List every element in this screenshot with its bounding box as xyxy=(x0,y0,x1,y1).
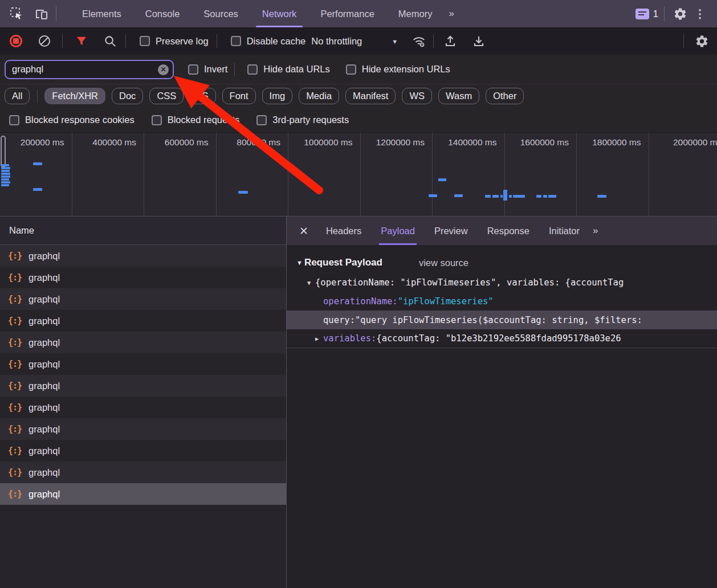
more-options-icon[interactable]: ⋮ xyxy=(689,7,711,21)
chip-other[interactable]: Other xyxy=(486,88,524,104)
detail-tab-initiator[interactable]: Initiator xyxy=(539,217,589,245)
filter-icon[interactable] xyxy=(74,34,89,48)
filter-text-input[interactable]: graphql ✕ xyxy=(5,60,174,79)
clear-network-log-icon[interactable] xyxy=(37,34,52,48)
json-value: {accountTag: "b12e3b2192ee5588fdad995178… xyxy=(376,333,621,344)
clear-filter-icon[interactable]: ✕ xyxy=(158,64,169,75)
export-har-icon[interactable] xyxy=(471,34,486,48)
timeline-tick-label: 200000 ms xyxy=(0,133,72,216)
inspect-element-icon[interactable] xyxy=(8,5,25,22)
timeline-tick-label: 1800000 ms xyxy=(577,133,649,216)
waterfall-bar xyxy=(1,178,9,181)
table-row-request[interactable]: {:}graphql xyxy=(0,397,286,418)
json-value: "query ipFlowTimeseries($accountTag: str… xyxy=(355,315,642,325)
table-row-request[interactable]: {:}graphql xyxy=(0,375,286,397)
network-conditions-icon[interactable] xyxy=(412,34,426,48)
network-toolbar: Preserve log Disable cache No throttling… xyxy=(0,27,717,55)
table-row-request[interactable]: {:}graphql xyxy=(0,267,286,288)
issues-count[interactable]: 1 xyxy=(653,9,658,19)
tab-sources[interactable]: Sources xyxy=(192,0,250,27)
hide-extension-urls-checkbox[interactable] xyxy=(346,64,356,75)
table-row-request[interactable]: {:}graphql xyxy=(0,245,286,267)
search-icon[interactable] xyxy=(103,34,117,48)
payload-tree-row[interactable]: ▼{operationName: "ipFlowTimeseries", var… xyxy=(287,273,717,292)
chip-all[interactable]: All xyxy=(5,88,30,104)
chip-js[interactable]: JS xyxy=(190,88,215,104)
tab-elements[interactable]: Elements xyxy=(70,0,133,27)
throttling-select[interactable]: No throttling xyxy=(311,36,362,47)
more-tabs-icon[interactable]: » xyxy=(444,8,457,19)
hide-extension-urls-label[interactable]: Hide extension URLs xyxy=(362,64,450,75)
tab-console[interactable]: Console xyxy=(133,0,192,27)
timeline-tick-label: 1600000 ms xyxy=(505,133,577,216)
payload-tree-row[interactable]: ▶variables: {accountTag: "b12e3b2192ee55… xyxy=(287,329,717,348)
checkbox[interactable] xyxy=(9,115,19,125)
issues-icon[interactable] xyxy=(635,9,649,19)
import-har-icon[interactable] xyxy=(443,34,458,48)
table-row-request[interactable]: {:}graphql xyxy=(0,288,286,310)
more-detail-tabs-icon[interactable]: » xyxy=(589,225,600,236)
settings-gear-icon[interactable] xyxy=(671,5,689,22)
expanded-triangle-icon[interactable]: ▼ xyxy=(307,279,315,286)
payload-tree-row[interactable]: operationName: "ipFlowTimeseries" xyxy=(287,292,717,311)
name-column-header[interactable]: Name xyxy=(0,217,286,245)
close-icon[interactable]: ✕ xyxy=(287,224,316,238)
table-row-request[interactable]: {:}graphql xyxy=(0,440,286,462)
network-overview-timeline[interactable]: 200000 ms400000 ms600000 ms800000 ms1000… xyxy=(0,132,717,217)
waterfall-bar xyxy=(1,170,10,172)
preserve-log-checkbox[interactable] xyxy=(140,36,150,46)
disable-cache-label[interactable]: Disable cache xyxy=(247,36,306,47)
chip-fetch-xhr[interactable]: Fetch/XHR xyxy=(44,88,105,104)
disable-cache-checkbox[interactable] xyxy=(231,36,241,46)
chip-wasm[interactable]: Wasm xyxy=(438,88,479,104)
tab-network[interactable]: Network xyxy=(250,0,309,27)
timeline-tick-label: 2000000 m xyxy=(649,133,717,216)
chip-css[interactable]: CSS xyxy=(149,88,184,104)
record-network-log-button[interactable] xyxy=(10,35,22,47)
preserve-log-label[interactable]: Preserve log xyxy=(156,36,209,47)
network-settings-gear-icon[interactable] xyxy=(694,34,709,48)
json-braces-icon: {:} xyxy=(8,316,22,326)
checkbox[interactable] xyxy=(152,115,162,125)
option-3rd-party-requests[interactable]: 3rd-party requests xyxy=(256,115,349,125)
detail-tab-preview[interactable]: Preview xyxy=(425,217,478,245)
table-row-request[interactable]: {:}graphql xyxy=(0,310,286,332)
tab-memory[interactable]: Memory xyxy=(386,0,445,27)
table-row-request[interactable]: {:}graphql xyxy=(0,353,286,375)
chip-ws[interactable]: WS xyxy=(402,88,432,104)
tab-performance[interactable]: Performance xyxy=(308,0,386,27)
table-row-request[interactable]: {:}graphql xyxy=(0,483,286,505)
detail-tab-response[interactable]: Response xyxy=(478,217,539,245)
invert-checkbox[interactable] xyxy=(188,64,198,75)
view-source-link[interactable]: view source xyxy=(419,258,469,268)
detail-tab-payload[interactable]: Payload xyxy=(371,217,425,245)
table-row-request[interactable]: {:}graphql xyxy=(0,332,286,353)
chevron-down-icon[interactable]: ▼ xyxy=(392,38,398,45)
request-name: graphql xyxy=(28,424,60,435)
device-toolbar-icon[interactable] xyxy=(33,5,50,22)
hide-data-urls-label[interactable]: Hide data URLs xyxy=(263,64,329,75)
hide-data-urls-checkbox[interactable] xyxy=(247,64,258,75)
chip-font[interactable]: Font xyxy=(222,88,256,104)
option-blocked-requests[interactable]: Blocked requests xyxy=(152,115,240,125)
request-type-chips: AllFetch/XHRDocCSSJSFontImgMediaManifest… xyxy=(0,84,717,108)
collapse-triangle-icon[interactable]: ▼ xyxy=(296,259,303,266)
detail-tab-headers[interactable]: Headers xyxy=(316,217,371,245)
json-braces-icon: {:} xyxy=(8,359,22,369)
divider xyxy=(56,6,56,21)
chip-img[interactable]: Img xyxy=(262,88,293,104)
table-row-request[interactable]: {:}graphql xyxy=(0,462,286,483)
divider xyxy=(217,34,217,48)
table-row-request[interactable]: {:}graphql xyxy=(0,418,286,440)
checkbox[interactable] xyxy=(256,115,267,125)
collapsed-triangle-icon[interactable]: ▶ xyxy=(315,335,323,342)
payload-json-tree: ▼{operationName: "ipFlowTimeseries", var… xyxy=(287,273,717,348)
option-blocked-response-cookies[interactable]: Blocked response cookies xyxy=(9,115,135,125)
chip-manifest[interactable]: Manifest xyxy=(345,88,396,104)
timeline-scrubber-handle[interactable] xyxy=(1,136,6,168)
chip-doc[interactable]: Doc xyxy=(112,88,143,104)
chip-media[interactable]: Media xyxy=(299,88,339,104)
payload-tree-row[interactable]: query: "query ipFlowTimeseries($accountT… xyxy=(287,311,717,329)
waterfall-bar xyxy=(492,195,499,198)
invert-label[interactable]: Invert xyxy=(204,64,227,75)
